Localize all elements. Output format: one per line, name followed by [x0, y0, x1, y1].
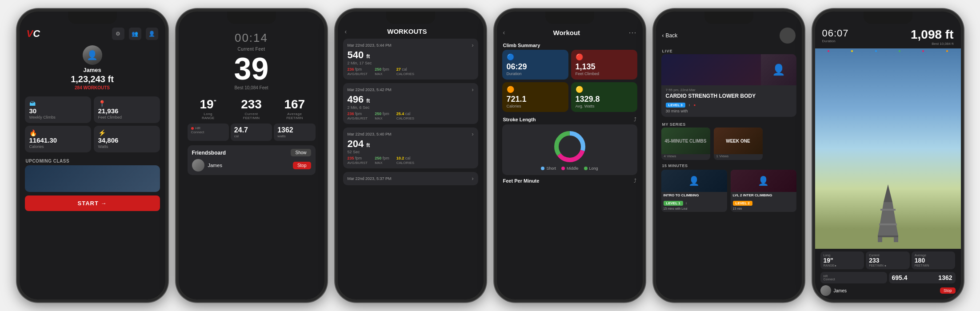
phone-5-screen: ‹ Back LIVE 👤 7:55 pm, 22nd Mar CARDIO S… [656, 12, 802, 299]
stroke-legend: Short Middle Long [541, 166, 598, 171]
calories-label-4: Calories [507, 104, 564, 108]
middle-dot [561, 167, 565, 170]
svg-rect-11 [878, 235, 898, 237]
hr-dot [191, 127, 194, 130]
current-label: Current [231, 112, 272, 116]
range-label-6: Long [824, 254, 861, 257]
settings-icon[interactable]: ⚙ [112, 28, 124, 40]
15-minutes-label: 15 MINUTES [656, 163, 802, 170]
series-card-1[interactable]: 45-MINUTE CLIMBS 4 Views [661, 128, 710, 160]
live-card[interactable]: 👤 7:55 pm, 22nd Mar CARDIO STRENGTH LOWE… [661, 54, 796, 117]
stop-button-6[interactable]: Stop [940, 287, 956, 294]
upcoming-class-image [25, 165, 160, 192]
hr-connect: HR [191, 126, 225, 130]
long-dot [584, 167, 588, 170]
profile-icon[interactable]: 👤 [146, 28, 158, 40]
small-card-2[interactable]: 👤 LVL 2 INTER CLIMBING LEVEL 2 15 min [731, 170, 796, 212]
series-image-1: 45-MINUTE CLIMBS [661, 128, 710, 154]
hr-label: HR [196, 126, 201, 130]
confetti-dot [851, 50, 853, 52]
list-item[interactable]: Mar 22nd 2023, 5:42 PM › 496 ft 2 Min, 6… [343, 83, 478, 124]
friendsboard-panel: Friendsboard Show James Stop [188, 145, 316, 175]
feet-climbed-card: 📍 21,936 Feet Climbed [94, 96, 160, 123]
phone-6: 06:07 Duration 1,098 ft Best 10,084 ft [812, 9, 964, 302]
vc-logo: V C [27, 28, 40, 40]
climbs-icon: 🏔 [29, 100, 36, 107]
best-label-6: Best 10,084 ft [911, 42, 954, 46]
workout-date: Mar 22nd 2023, 5:42 PM [348, 88, 392, 92]
current-feet-value: 39 [188, 53, 316, 84]
current-value: 233 [231, 97, 272, 112]
confetti-dot [828, 50, 829, 52]
hr-label-6: HR [824, 275, 835, 278]
svg-marker-8 [879, 215, 897, 229]
start-button[interactable]: START → [25, 195, 160, 211]
current-stat: 233 Current FEET/MIN [231, 97, 272, 120]
cal-unit: cal [234, 134, 268, 138]
friendsboard-header: Friendsboard Show [192, 149, 311, 156]
avg-label: Average [274, 112, 315, 116]
show-button[interactable]: Show [291, 149, 311, 156]
cal-card-6: 695.4 1362 [889, 272, 956, 283]
calories-icon-4: 🟠 [507, 86, 564, 93]
friendsboard-title: Friendsboard [192, 150, 226, 156]
fb-avatar-6 [820, 285, 831, 296]
time-section: 06:07 Duration [822, 28, 849, 43]
stop-button[interactable]: Stop [293, 162, 311, 169]
list-item[interactable]: Mar 22nd 2023, 5:40 PM › 204 ft 52 Sec 2… [343, 128, 478, 168]
range-sub: RANGE [188, 116, 229, 120]
workout-count[interactable]: 284 WORKOUTS [75, 85, 110, 90]
workout-stats: 235 fpmAVG/BURST 250 fpmMAX 10.2 calCALO… [348, 156, 474, 165]
calories-label: Calories [29, 144, 87, 149]
active-feet-big: 1,098 ft [911, 28, 954, 42]
list-item[interactable]: Mar 22nd 2023, 5:37 PM › [343, 172, 478, 185]
stroke-ring-chart [552, 129, 588, 164]
calories-value-4: 721.1 [507, 95, 564, 104]
watts-icon: ⚡ [98, 129, 106, 136]
small-card-1[interactable]: 👤 INTRO TO CLIMBING LEVEL 1 i 15 mins wi… [661, 170, 727, 212]
total-feet: 1,23,243 ft [71, 74, 114, 84]
range-label: Long [188, 112, 229, 116]
arrow-icon: › [472, 175, 474, 182]
watts-unit: watts [277, 134, 312, 138]
climb-summary-label: Climb Summary [497, 40, 643, 50]
series-views-1: 4 Views [661, 154, 710, 160]
list-item[interactable]: Mar 22nd 2023, 5:44 PM › 540 ft 2 Min, 1… [343, 39, 478, 80]
share-icon[interactable]: ⤴ [634, 116, 636, 123]
back-button-5[interactable]: ‹ Back [662, 32, 678, 39]
phone-2-screen: 00:14 Current Feet 39 Best 10,084 Feet 1… [179, 12, 324, 299]
avatar: 👤 [83, 45, 102, 65]
workout-date: Mar 22nd 2023, 5:44 PM [348, 43, 392, 48]
stroke-card: Short Middle Long [502, 124, 637, 175]
avg-sub: FEET/MIN [274, 116, 315, 120]
workout-duration: 52 Sec [348, 150, 474, 154]
fpm-share-icon[interactable]: ⤴ [634, 178, 636, 184]
feet-climbed-label-4: Feet Climbed [576, 72, 633, 76]
series-image-2: WEEK ONE [714, 128, 763, 154]
workout-feet: 496 ft [348, 94, 474, 105]
stats-grid: 🏔 30 Weekly Climbs 📍 21,936 Feet Climbed… [20, 94, 165, 155]
workouts-header: ‹ WORKOUTS [338, 12, 484, 39]
upcoming-bg [25, 165, 160, 192]
svg-rect-9 [879, 223, 897, 225]
eiffel-background [815, 48, 961, 249]
workout-stats: 236 fpmAVG/BURST 250 fpmMAX 27 calCALORI… [348, 67, 474, 76]
phone-6-header: 06:07 Duration 1,098 ft Best 10,084 ft [815, 12, 961, 48]
calories-value: 11641.30 [29, 136, 87, 144]
community-icon[interactable]: 👥 [129, 28, 141, 40]
stroke-section: Stroke Length ⤴ Short Mi [497, 115, 643, 175]
small-card-title-2: LVL 2 INTER CLIMBING [731, 192, 796, 198]
legend-middle: Middle [561, 166, 579, 171]
info-icon: i [689, 103, 690, 107]
current-value-6: 233 [869, 257, 907, 264]
hr-card: HR Connect [188, 124, 229, 141]
fb-row-6: James Stop [820, 285, 956, 296]
confetti-dot [899, 50, 900, 52]
small-card-mins-2: 15 min [731, 207, 796, 212]
series-card-2[interactable]: WEEK ONE 1 Views [714, 128, 763, 160]
phone-5: ‹ Back LIVE 👤 7:55 pm, 22nd Mar CARDIO S… [653, 9, 804, 302]
series-header: ‹ Back [656, 12, 802, 46]
live-label: LIVE [656, 46, 802, 54]
level-badge: LEVEL 3 [666, 103, 685, 108]
workout-date: Mar 22nd 2023, 5:37 PM [348, 176, 392, 181]
